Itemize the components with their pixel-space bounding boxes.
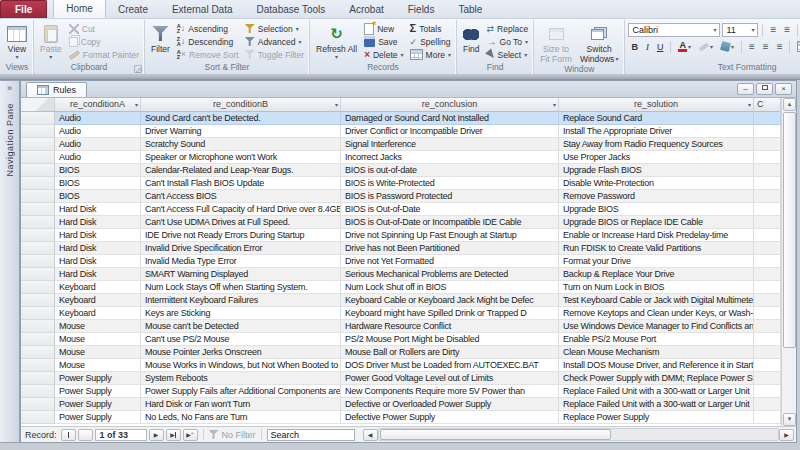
find-button[interactable]: Find bbox=[460, 21, 483, 62]
cell-new-column[interactable] bbox=[754, 112, 781, 125]
cell-re_conditionA[interactable]: Hard Disk bbox=[55, 203, 141, 216]
bullets-button[interactable]: ≡ bbox=[767, 23, 779, 37]
column-header-click-to-add[interactable]: C bbox=[754, 98, 781, 112]
table-row[interactable]: Hard DiskInvalid Drive Specification Err… bbox=[21, 242, 781, 255]
cell-new-column[interactable] bbox=[754, 229, 781, 242]
filter-button[interactable]: Filter bbox=[148, 21, 173, 62]
cell-re_conditionA[interactable]: Mouse bbox=[55, 359, 141, 372]
expand-nav-pane-icon[interactable]: » bbox=[7, 81, 12, 99]
cell-re_solution[interactable]: Replace Failed Unit with a 300-watt or L… bbox=[559, 398, 754, 411]
align-right-button[interactable]: ≡ bbox=[774, 40, 786, 54]
clipboard-dialog-launcher-icon[interactable]: ◿ bbox=[134, 65, 142, 73]
cell-re_conclusion[interactable]: BIOS is out-of-date bbox=[341, 164, 559, 177]
cell-re_solution[interactable]: Stay Away from Radio Frequency Sources bbox=[559, 138, 754, 151]
record-selector[interactable] bbox=[21, 151, 55, 164]
cell-new-column[interactable] bbox=[754, 346, 781, 359]
table-row[interactable]: KeyboardNum Lock Stays Off when Starting… bbox=[21, 281, 781, 294]
cell-re_conclusion[interactable]: BIOS is Write-Protected bbox=[341, 177, 559, 190]
table-row[interactable]: Power SupplyNo Leds, No Fans are TurnDef… bbox=[21, 411, 781, 424]
record-selector[interactable] bbox=[21, 203, 55, 216]
descending-button[interactable]: ZA↓ Descending bbox=[175, 35, 241, 48]
selection-button[interactable]: Selection ▾ bbox=[243, 22, 306, 35]
cell-new-column[interactable] bbox=[754, 151, 781, 164]
cell-re_solution[interactable]: Run FDISK to Create Valid Partitions bbox=[559, 242, 754, 255]
table-row[interactable]: Hard DiskInvalid Media Type ErrorDrive n… bbox=[21, 255, 781, 268]
cell-re_conclusion[interactable]: Drive has not Been Partitioned bbox=[341, 242, 559, 255]
spelling-button[interactable]: ✓ Spelling bbox=[408, 35, 453, 48]
cell-re_solution[interactable]: Replace Sound Card bbox=[559, 112, 754, 125]
cell-new-column[interactable] bbox=[754, 333, 781, 346]
cell-re_conditionA[interactable]: Audio bbox=[55, 151, 141, 164]
cell-re_conditionA[interactable]: BIOS bbox=[55, 164, 141, 177]
cell-re_conditionB[interactable]: Scratchy Sound bbox=[141, 138, 341, 151]
column-header-re_conditionB[interactable]: re_conditionB▾ bbox=[141, 98, 341, 112]
cell-re_conclusion[interactable]: BIOS is Out-of-Date or Incompatible IDE … bbox=[341, 216, 559, 229]
cell-re_conditionA[interactable]: Audio bbox=[55, 112, 141, 125]
first-record-button[interactable] bbox=[61, 429, 76, 441]
cell-re_solution[interactable]: Clean Mouse Mechanism bbox=[559, 346, 754, 359]
record-selector[interactable] bbox=[21, 307, 55, 320]
cell-new-column[interactable] bbox=[754, 242, 781, 255]
cell-re_conclusion[interactable]: Incorrect Jacks bbox=[341, 151, 559, 164]
new-blank-record-button[interactable]: ▶* bbox=[183, 429, 198, 441]
numbering-button[interactable]: ≡ bbox=[781, 23, 793, 37]
cell-re_conclusion[interactable]: Num Lock Shut off in BIOS bbox=[341, 281, 559, 294]
replace-button[interactable]: ⇄ Replace bbox=[485, 22, 531, 35]
cell-re_conditionA[interactable]: Keyboard bbox=[55, 281, 141, 294]
tab-acrobat[interactable]: Acrobat bbox=[337, 1, 395, 18]
totals-button[interactable]: Σ Totals bbox=[408, 22, 453, 35]
table-row[interactable]: Hard DiskSMART Warning DisplayedSerious … bbox=[21, 268, 781, 281]
cell-re_conditionB[interactable]: System Reboots bbox=[141, 372, 341, 385]
cell-new-column[interactable] bbox=[754, 411, 781, 424]
cell-re_conditionB[interactable]: Power Supply Fails after Additional Comp… bbox=[141, 385, 341, 398]
font-name-combo[interactable]: Calibri ▾ bbox=[628, 23, 720, 37]
record-selector[interactable] bbox=[21, 229, 55, 242]
cell-re_solution[interactable]: Enable PS/2 Mouse Port bbox=[559, 333, 754, 346]
more-button[interactable]: More ▾ bbox=[408, 48, 453, 61]
search-input[interactable] bbox=[267, 429, 355, 441]
cell-re_conditionA[interactable]: Mouse bbox=[55, 333, 141, 346]
italic-button[interactable]: I bbox=[643, 40, 652, 54]
record-selector[interactable] bbox=[21, 216, 55, 229]
table-row[interactable]: AudioSpeaker or Microphone won't WorkInc… bbox=[21, 151, 781, 164]
table-row[interactable]: MouseMouse can't be DetectedHardware Res… bbox=[21, 320, 781, 333]
underline-button[interactable]: U bbox=[654, 40, 667, 54]
table-row[interactable]: Power SupplyHard Disk or Fan won't TurnD… bbox=[21, 398, 781, 411]
cell-re_conclusion[interactable]: Drive not Spinning Up Fast Enough at Sta… bbox=[341, 229, 559, 242]
vertical-scroll-thumb[interactable] bbox=[783, 112, 796, 348]
new-record-button[interactable]: New bbox=[362, 22, 405, 35]
cell-re_conditionB[interactable]: Mouse can't be Detected bbox=[141, 320, 341, 333]
cell-re_conditionB[interactable]: Driver Warning bbox=[141, 125, 341, 138]
cell-new-column[interactable] bbox=[754, 255, 781, 268]
column-header-re_conclusion[interactable]: re_conclusion▾ bbox=[341, 98, 559, 112]
tab-home[interactable]: Home bbox=[53, 0, 106, 18]
column-header-re_conditionA[interactable]: re_conditionA▾ bbox=[55, 98, 141, 112]
filter-status[interactable]: No Filter bbox=[209, 430, 256, 440]
cell-re_conditionA[interactable]: Keyboard bbox=[55, 294, 141, 307]
cell-re_solution[interactable]: Upgrade Flash BIOS bbox=[559, 164, 754, 177]
cell-re_conclusion[interactable]: Driver Conflict or Incompatible Driver bbox=[341, 125, 559, 138]
cut-button[interactable]: Cut bbox=[67, 22, 141, 35]
cell-re_conditionB[interactable]: Sound Card can't be Detected. bbox=[141, 112, 341, 125]
gridlines-button[interactable]: ▾ bbox=[794, 40, 800, 54]
font-color-button[interactable]: A▾ bbox=[675, 40, 694, 54]
advanced-button[interactable]: Advanced ▾ bbox=[243, 35, 306, 48]
cell-re_solution[interactable]: Enable or Increase Hard Disk Predelay-ti… bbox=[559, 229, 754, 242]
cell-re_solution[interactable]: Backup & Replace Your Drive bbox=[559, 268, 754, 281]
cell-re_conditionA[interactable]: Mouse bbox=[55, 320, 141, 333]
record-selector[interactable] bbox=[21, 359, 55, 372]
remove-sort-button[interactable]: AZ× Remove Sort bbox=[175, 48, 241, 61]
cell-re_conditionA[interactable]: Hard Disk bbox=[55, 242, 141, 255]
table-row[interactable]: AudioScratchy SoundSignal InterferenceSt… bbox=[21, 138, 781, 151]
cell-re_conditionA[interactable]: Power Supply bbox=[55, 411, 141, 424]
record-selector[interactable] bbox=[21, 320, 55, 333]
cell-re_solution[interactable]: Replace Failed Unit with a 300-watt or L… bbox=[559, 385, 754, 398]
cell-re_conclusion[interactable]: Keyboard Cable or Keyboard Jack Might be… bbox=[341, 294, 559, 307]
cell-re_conditionB[interactable]: Can't Access Full Capacity of Hard Drive… bbox=[141, 203, 341, 216]
cell-re_conclusion[interactable]: Defective Power Supply bbox=[341, 411, 559, 424]
cell-re_conditionA[interactable]: Hard Disk bbox=[55, 255, 141, 268]
cell-re_solution[interactable]: Test Keyboard Cable or Jack with Digital… bbox=[559, 294, 754, 307]
refresh-all-button[interactable]: ↻ Refresh All ▾ bbox=[313, 21, 360, 62]
record-selector[interactable] bbox=[21, 372, 55, 385]
cell-new-column[interactable] bbox=[754, 164, 781, 177]
